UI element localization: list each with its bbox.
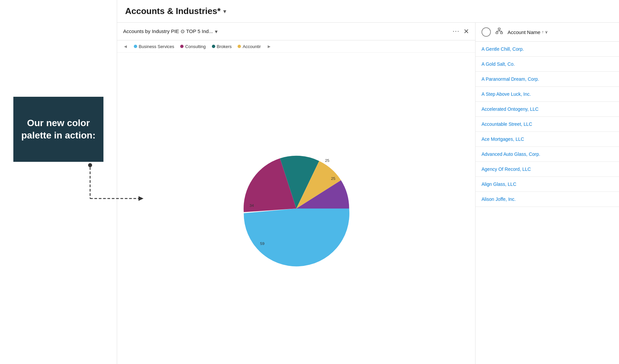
account-row[interactable]: A Step Above Luck, Inc. bbox=[476, 87, 619, 102]
legend-item-brokers: Brokers bbox=[212, 44, 232, 49]
legend-dot-consulting bbox=[180, 45, 184, 48]
pie-panel-dropdown[interactable]: ▾ bbox=[215, 28, 218, 35]
main-content: Accounts & Industries* ▾ Accounts by Ind… bbox=[117, 0, 619, 364]
legend-label-business-services: Business Services bbox=[139, 44, 174, 49]
color-palette-box: Our new color palette in action: bbox=[13, 97, 103, 162]
account-panel: Account Name ↑ ∨ A Gentle Chill, Corp.A … bbox=[476, 23, 619, 364]
svg-rect-6 bbox=[501, 32, 503, 34]
pie-panel: Accounts by Industry PIE ⊙ TOP 5 Ind... … bbox=[117, 23, 476, 364]
pie-segment-business-services[interactable] bbox=[244, 209, 349, 266]
account-row[interactable]: Alison Joffe, Inc. bbox=[476, 192, 619, 207]
account-name-label: Account Name bbox=[508, 29, 540, 35]
account-row[interactable]: Agency Of Record, LLC bbox=[476, 162, 619, 177]
pie-label-25-purple: 25 bbox=[331, 176, 336, 180]
legend-next-button[interactable]: ► bbox=[267, 44, 272, 49]
legend-dot-business-services bbox=[134, 45, 137, 48]
svg-rect-4 bbox=[498, 28, 500, 30]
legend-label-consulting: Consulting bbox=[185, 44, 206, 49]
pie-panel-header: Accounts by Industry PIE ⊙ TOP 5 Ind... … bbox=[117, 23, 475, 40]
pie-panel-menu-icon[interactable]: ⋮ bbox=[453, 28, 459, 35]
legend-dot-brokers bbox=[212, 45, 215, 48]
account-row[interactable]: Advanced Auto Glass, Corp. bbox=[476, 147, 619, 162]
legend-prev-button[interactable]: ◄ bbox=[123, 44, 128, 49]
pie-label-59: 59 bbox=[260, 241, 264, 245]
pie-panel-close-icon[interactable]: ✕ bbox=[463, 27, 469, 35]
account-row[interactable]: Align Glass, LLC bbox=[476, 177, 619, 192]
page-title-bar: Accounts & Industries* ▾ bbox=[117, 0, 619, 23]
account-row[interactable]: A Gentle Chill, Corp. bbox=[476, 42, 619, 57]
svg-point-0 bbox=[88, 163, 92, 167]
annotation-text: Our new color palette in action: bbox=[20, 117, 97, 141]
pie-panel-title: Accounts by Industry PIE ⊙ TOP 5 Ind... bbox=[123, 28, 213, 34]
pie-panel-title-group: Accounts by Industry PIE ⊙ TOP 5 Ind... … bbox=[123, 28, 218, 35]
account-panel-header: Account Name ↑ ∨ bbox=[476, 23, 619, 42]
pie-chart-area: 137 59 34 bbox=[117, 53, 475, 364]
legend-dot-accounting bbox=[238, 45, 241, 48]
account-row[interactable]: A Paranormal Dream, Corp. bbox=[476, 72, 619, 87]
account-name-header[interactable]: Account Name ↑ ∨ bbox=[508, 29, 548, 35]
circle-icon bbox=[482, 27, 491, 37]
panels-row: Accounts by Industry PIE ⊙ TOP 5 Ind... … bbox=[117, 23, 619, 364]
account-row[interactable]: Accelerated Ontogeny, LLC bbox=[476, 102, 619, 117]
legend-bar: ◄ Business Services Consulting Brokers bbox=[117, 40, 475, 53]
left-annotation-area: Our new color palette in action: bbox=[0, 0, 117, 364]
account-row[interactable]: Accountable Street, LLC bbox=[476, 117, 619, 132]
account-row[interactable]: A Gold Salt, Co. bbox=[476, 57, 619, 72]
legend-item-consulting: Consulting bbox=[180, 44, 206, 49]
account-row[interactable]: Ace Mortgages, LLC bbox=[476, 132, 619, 147]
legend-label-accounting: Accountir bbox=[243, 44, 261, 49]
legend-item-accounting: Accountir bbox=[238, 44, 261, 49]
sort-icon[interactable]: ↑ ∨ bbox=[542, 30, 548, 34]
hierarchy-icon bbox=[496, 28, 503, 37]
account-list: A Gentle Chill, Corp.A Gold Salt, Co.A P… bbox=[476, 42, 619, 364]
pie-label-34: 34 bbox=[249, 203, 254, 208]
pie-panel-actions: ⋮ ✕ bbox=[453, 27, 469, 35]
legend-item-business-services: Business Services bbox=[134, 44, 174, 49]
page-title: Accounts & Industries* bbox=[125, 6, 221, 16]
title-dropdown-icon[interactable]: ▾ bbox=[223, 8, 226, 15]
pie-label-25-yellow: 25 bbox=[325, 158, 329, 162]
svg-rect-5 bbox=[496, 32, 498, 34]
pie-chart-svg: 137 59 34 bbox=[233, 145, 360, 272]
legend-label-brokers: Brokers bbox=[217, 44, 232, 49]
